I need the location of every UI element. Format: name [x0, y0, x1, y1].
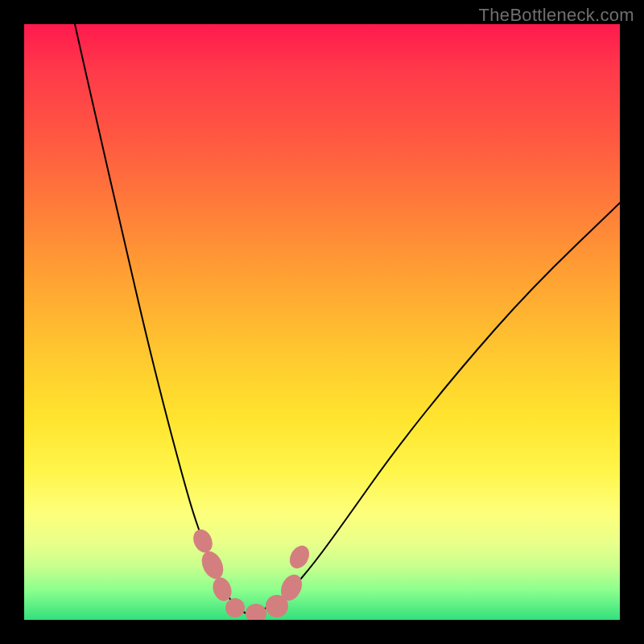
marker-group [190, 526, 313, 620]
marker-bottom-2 [246, 604, 266, 620]
curve-left-branch [75, 24, 246, 613]
watermark-text: TheBottleneck.com [479, 5, 634, 26]
marker-left-cluster-1 [190, 526, 217, 555]
marker-bottom-1 [225, 598, 245, 617]
chart-svg [24, 24, 620, 620]
marker-left-cluster-2 [198, 548, 228, 583]
outer-frame: TheBottleneck.com [0, 0, 644, 644]
marker-right-cluster-2 [286, 543, 313, 572]
plot-area [24, 24, 620, 620]
